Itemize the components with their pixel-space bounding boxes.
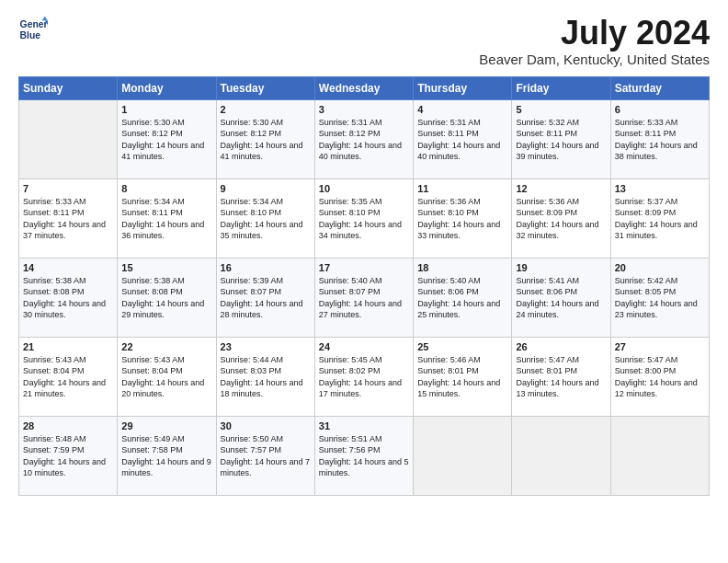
col-monday: Monday [118,76,216,99]
table-row: 21Sunrise: 5:43 AMSunset: 8:04 PMDayligh… [19,337,118,416]
table-row: 6Sunrise: 5:33 AMSunset: 8:11 PMDaylight… [610,99,709,178]
table-row: 20Sunrise: 5:42 AMSunset: 8:05 PMDayligh… [610,258,709,337]
day-number: 31 [319,420,409,431]
week-row-2: 7Sunrise: 5:33 AMSunset: 8:11 PMDaylight… [19,178,710,258]
table-row: 16Sunrise: 5:39 AMSunset: 8:07 PMDayligh… [216,258,314,337]
day-number: 27 [615,341,705,352]
table-row [19,99,118,178]
day-number: 24 [319,341,409,352]
day-info: Sunrise: 5:40 AMSunset: 8:06 PMDaylight:… [417,275,507,321]
table-row: 17Sunrise: 5:40 AMSunset: 8:07 PMDayligh… [314,258,413,337]
day-number: 16 [221,262,311,273]
day-number: 25 [417,341,507,352]
logo: General Blue [18,15,50,44]
day-info: Sunrise: 5:39 AMSunset: 8:07 PMDaylight:… [221,275,311,321]
header: General Blue July 2024 Beaver Dam, Kentu… [18,15,710,67]
day-info: Sunrise: 5:34 AMSunset: 8:10 PMDaylight:… [221,196,311,242]
col-wednesday: Wednesday [314,76,413,99]
day-number: 19 [516,262,606,273]
day-info: Sunrise: 5:46 AMSunset: 8:01 PMDaylight:… [417,354,507,400]
day-number: 1 [121,104,211,115]
week-row-3: 14Sunrise: 5:38 AMSunset: 8:08 PMDayligh… [19,258,710,337]
table-row [512,416,610,495]
day-info: Sunrise: 5:45 AMSunset: 8:02 PMDaylight:… [319,354,409,400]
day-info: Sunrise: 5:33 AMSunset: 8:11 PMDaylight:… [615,117,705,163]
day-number: 9 [221,183,311,194]
calendar-table: Sunday Monday Tuesday Wednesday Thursday… [18,76,710,496]
table-row: 10Sunrise: 5:35 AMSunset: 8:10 PMDayligh… [314,178,413,258]
table-row: 31Sunrise: 5:51 AMSunset: 7:56 PMDayligh… [314,416,413,495]
day-info: Sunrise: 5:50 AMSunset: 7:57 PMDaylight:… [221,433,311,479]
table-row: 4Sunrise: 5:31 AMSunset: 8:11 PMDaylight… [414,99,512,178]
table-row: 15Sunrise: 5:38 AMSunset: 8:08 PMDayligh… [118,258,216,337]
day-number: 5 [516,104,606,115]
table-row: 5Sunrise: 5:32 AMSunset: 8:11 PMDaylight… [512,99,610,178]
week-row-4: 21Sunrise: 5:43 AMSunset: 8:04 PMDayligh… [19,337,710,416]
svg-text:General: General [20,19,48,29]
day-number: 18 [417,262,507,273]
day-number: 10 [319,183,409,194]
day-number: 21 [23,341,113,352]
table-row: 22Sunrise: 5:43 AMSunset: 8:04 PMDayligh… [118,337,216,416]
month-title: July 2024 [479,15,710,52]
day-number: 2 [221,104,311,115]
day-info: Sunrise: 5:38 AMSunset: 8:08 PMDaylight:… [121,275,211,321]
day-info: Sunrise: 5:38 AMSunset: 8:08 PMDaylight:… [23,275,113,321]
day-info: Sunrise: 5:36 AMSunset: 8:10 PMDaylight:… [417,196,507,242]
location: Beaver Dam, Kentucky, United States [479,52,710,67]
day-number: 7 [23,183,113,194]
table-row: 19Sunrise: 5:41 AMSunset: 8:06 PMDayligh… [512,258,610,337]
day-info: Sunrise: 5:36 AMSunset: 8:09 PMDaylight:… [516,196,606,242]
table-row: 12Sunrise: 5:36 AMSunset: 8:09 PMDayligh… [512,178,610,258]
svg-text:Blue: Blue [20,30,41,40]
table-row: 7Sunrise: 5:33 AMSunset: 8:11 PMDaylight… [19,178,118,258]
table-row: 13Sunrise: 5:37 AMSunset: 8:09 PMDayligh… [610,178,709,258]
table-row: 29Sunrise: 5:49 AMSunset: 7:58 PMDayligh… [118,416,216,495]
day-number: 3 [319,104,409,115]
table-row [414,416,512,495]
day-number: 30 [221,420,311,431]
table-row: 23Sunrise: 5:44 AMSunset: 8:03 PMDayligh… [216,337,314,416]
day-info: Sunrise: 5:35 AMSunset: 8:10 PMDaylight:… [319,196,409,242]
day-info: Sunrise: 5:47 AMSunset: 8:00 PMDaylight:… [615,354,705,400]
day-number: 13 [615,183,705,194]
day-info: Sunrise: 5:43 AMSunset: 8:04 PMDaylight:… [23,354,113,400]
table-row: 27Sunrise: 5:47 AMSunset: 8:00 PMDayligh… [610,337,709,416]
day-number: 26 [516,341,606,352]
day-number: 6 [615,104,705,115]
day-info: Sunrise: 5:30 AMSunset: 8:12 PMDaylight:… [121,117,211,163]
day-info: Sunrise: 5:43 AMSunset: 8:04 PMDaylight:… [121,354,211,400]
table-row: 18Sunrise: 5:40 AMSunset: 8:06 PMDayligh… [414,258,512,337]
day-number: 22 [121,341,211,352]
table-row: 14Sunrise: 5:38 AMSunset: 8:08 PMDayligh… [19,258,118,337]
col-friday: Friday [512,76,610,99]
day-info: Sunrise: 5:31 AMSunset: 8:12 PMDaylight:… [319,117,409,163]
table-row: 9Sunrise: 5:34 AMSunset: 8:10 PMDaylight… [216,178,314,258]
day-info: Sunrise: 5:42 AMSunset: 8:05 PMDaylight:… [615,275,705,321]
day-number: 17 [319,262,409,273]
day-number: 23 [221,341,311,352]
header-row: Sunday Monday Tuesday Wednesday Thursday… [19,76,710,99]
day-info: Sunrise: 5:31 AMSunset: 8:11 PMDaylight:… [417,117,507,163]
day-number: 15 [121,262,211,273]
col-thursday: Thursday [414,76,512,99]
table-row: 8Sunrise: 5:34 AMSunset: 8:11 PMDaylight… [118,178,216,258]
day-info: Sunrise: 5:48 AMSunset: 7:59 PMDaylight:… [23,433,113,479]
day-info: Sunrise: 5:40 AMSunset: 8:07 PMDaylight:… [319,275,409,321]
day-number: 28 [23,420,113,431]
week-row-5: 28Sunrise: 5:48 AMSunset: 7:59 PMDayligh… [19,416,710,495]
col-saturday: Saturday [610,76,709,99]
page: General Blue July 2024 Beaver Dam, Kentu… [0,0,728,505]
table-row: 28Sunrise: 5:48 AMSunset: 7:59 PMDayligh… [19,416,118,495]
day-info: Sunrise: 5:41 AMSunset: 8:06 PMDaylight:… [516,275,606,321]
day-info: Sunrise: 5:44 AMSunset: 8:03 PMDaylight:… [221,354,311,400]
title-block: July 2024 Beaver Dam, Kentucky, United S… [479,15,710,67]
day-info: Sunrise: 5:37 AMSunset: 8:09 PMDaylight:… [615,196,705,242]
table-row: 24Sunrise: 5:45 AMSunset: 8:02 PMDayligh… [314,337,413,416]
table-row: 26Sunrise: 5:47 AMSunset: 8:01 PMDayligh… [512,337,610,416]
table-row: 3Sunrise: 5:31 AMSunset: 8:12 PMDaylight… [314,99,413,178]
day-info: Sunrise: 5:33 AMSunset: 8:11 PMDaylight:… [23,196,113,242]
col-tuesday: Tuesday [216,76,314,99]
table-row: 30Sunrise: 5:50 AMSunset: 7:57 PMDayligh… [216,416,314,495]
svg-marker-2 [42,17,48,21]
